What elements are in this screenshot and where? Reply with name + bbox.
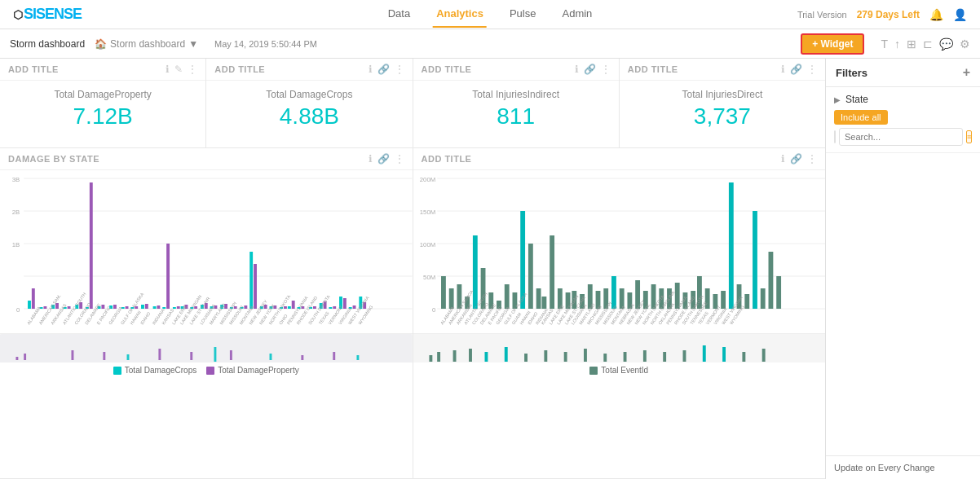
bell-icon[interactable]: 🔔 [929, 8, 943, 21]
legend-item-property: Total DamageProperty [206, 366, 299, 375]
svg-rect-221 [504, 347, 507, 362]
svg-rect-24 [113, 305, 117, 309]
link-icon-right[interactable]: 🔗 [790, 153, 802, 165]
more-icon-3[interactable]: ⋮ [807, 64, 817, 75]
more-icon-0[interactable]: ⋮ [188, 64, 197, 75]
trial-days: 279 Days Left [857, 9, 920, 20]
link-icon-3[interactable]: 🔗 [790, 64, 802, 75]
dashboard-bar: Storm dashboard 🏠 Storm dashboard ▼ May … [0, 29, 980, 59]
more-icon-left[interactable]: ⋮ [395, 153, 404, 165]
settings-icon[interactable]: ⚙ [960, 37, 970, 51]
svg-rect-30 [145, 304, 148, 309]
svg-rect-225 [584, 349, 587, 362]
widget-header-0: ADD TITLE ℹ ✎ ⋮ [0, 59, 205, 81]
link-icon-1[interactable]: 🔗 [377, 64, 390, 75]
svg-rect-230 [682, 350, 686, 362]
svg-rect-20 [90, 182, 93, 309]
widget-title-0: ADD TITLE [8, 64, 59, 74]
user-icon[interactable]: 👤 [953, 8, 967, 21]
info-icon-1[interactable]: ℹ [369, 64, 373, 75]
chart-header-right: ADD TITLE ℹ 🔗 ⋮ [413, 148, 826, 170]
svg-rect-227 [623, 352, 626, 362]
more-icon-2[interactable]: ⋮ [601, 64, 611, 75]
chart-minimap-left[interactable] [0, 333, 413, 363]
widget-header-3: ADD TITLE ℹ 🔗 ⋮ [620, 59, 825, 81]
svg-rect-22 [101, 305, 104, 309]
comment-icon[interactable]: 💬 [939, 37, 953, 51]
stat-value-3: 3,737 [694, 103, 751, 130]
chart-minimap-right[interactable] [413, 333, 826, 363]
dashboard-date: May 14, 2019 5:50:44 PM [214, 39, 317, 49]
svg-rect-176 [776, 276, 781, 309]
stat-row: ADD TITLE ℹ ✎ ⋮ Total DamageProperty 7.1… [0, 59, 825, 148]
more-icon-1[interactable]: ⋮ [395, 64, 404, 75]
text-icon[interactable]: T [881, 37, 888, 51]
svg-rect-172 [744, 294, 749, 309]
edit-icon-0[interactable]: ✎ [174, 64, 183, 75]
nav-tab-pulse[interactable]: Pulse [506, 1, 540, 28]
chart-row: Damage by state ℹ 🔗 ⋮ [0, 148, 825, 479]
sidebar-footer: Update on Every Change [826, 455, 980, 479]
info-icon-right[interactable]: ℹ [781, 153, 785, 165]
stat-value-2: 811 [497, 103, 535, 130]
add-widget-button[interactable]: + Widget [801, 33, 864, 55]
svg-rect-29 [141, 305, 144, 309]
legend-dot-property [206, 367, 214, 375]
state-chevron-icon[interactable]: ▶ [834, 95, 841, 104]
grid-icon[interactable]: ⊞ [907, 37, 916, 51]
svg-text:150M: 150M [419, 209, 435, 216]
nav-tab-analytics[interactable]: Analytics [433, 1, 487, 28]
stat-label-3: Total InjuriesDirect [682, 89, 763, 100]
info-icon-left[interactable]: ℹ [369, 153, 373, 165]
svg-rect-36 [177, 306, 180, 309]
svg-rect-52 [254, 264, 257, 309]
link-icon-2[interactable]: 🔗 [584, 64, 596, 75]
link-icon-left[interactable]: 🔗 [377, 153, 390, 165]
svg-rect-70 [343, 298, 347, 309]
widget-icons-0: ℹ ✎ ⋮ [166, 64, 197, 75]
chart-legend-left: Total DamageCrops Total DamageProperty [0, 363, 413, 380]
bar-chart-right: 200M 150M 100M 50M 0 [413, 170, 826, 333]
widget-title-2: ADD TITLE [422, 64, 472, 74]
svg-text:100M: 100M [419, 241, 435, 248]
more-icon-right[interactable]: ⋮ [807, 153, 817, 165]
info-icon-0[interactable]: ℹ [166, 64, 170, 75]
stat-body-1: Total DamageCrops 4.88B [206, 81, 412, 138]
stat-value-1: 4.88B [280, 103, 339, 130]
chart-area-right: 200M 150M 100M 50M 0 [413, 170, 826, 333]
svg-rect-32 [157, 305, 160, 309]
share-icon[interactable]: ⊏ [923, 37, 933, 51]
svg-rect-9 [28, 301, 31, 309]
add-filter-icon[interactable]: + [963, 65, 970, 80]
stat-body-0: Total DamageProperty 7.12B [0, 81, 205, 138]
filter-checkbox[interactable] [834, 130, 836, 143]
svg-rect-216 [429, 355, 432, 362]
svg-rect-233 [742, 352, 745, 362]
legend-label-eventid: Total EventId [601, 366, 648, 375]
svg-rect-72 [353, 305, 356, 309]
svg-rect-169 [721, 291, 726, 309]
filter-search-input[interactable] [839, 128, 963, 146]
info-icon-3[interactable]: ℹ [781, 64, 785, 75]
svg-rect-144 [528, 244, 532, 309]
nav-tab-data[interactable]: Data [385, 1, 413, 28]
svg-rect-222 [524, 354, 528, 362]
stat-value-0: 7.12B [73, 103, 133, 130]
svg-rect-50 [244, 305, 247, 309]
stat-label-1: Total DamageCrops [266, 89, 352, 100]
chart-title-right: ADD TITLE [422, 154, 472, 164]
svg-text:0: 0 [16, 306, 20, 314]
include-all-button[interactable]: Include all [834, 110, 888, 125]
svg-rect-59 [288, 306, 291, 309]
svg-rect-146 [541, 297, 546, 309]
info-icon-2[interactable]: ℹ [575, 64, 579, 75]
upload-icon[interactable]: ↑ [894, 37, 900, 51]
svg-rect-232 [722, 347, 726, 362]
svg-rect-16 [68, 306, 71, 309]
stat-body-2: Total InjuriesIndirect 811 [413, 81, 619, 138]
svg-rect-10 [32, 288, 35, 309]
nav-tab-admin[interactable]: Admin [558, 1, 595, 28]
widget-header-1: ADD TITLE ℹ 🔗 ⋮ [206, 59, 412, 81]
chart-icons-right: ℹ 🔗 ⋮ [781, 153, 817, 165]
filter-options-icon[interactable]: ≡ [966, 130, 972, 143]
